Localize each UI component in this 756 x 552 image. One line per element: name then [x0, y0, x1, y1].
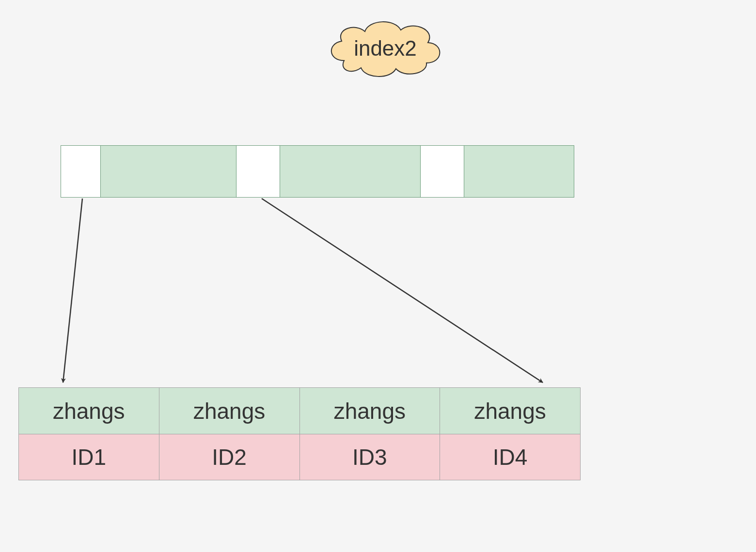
- arrow-pointer1-to-leaf: [63, 199, 82, 383]
- index-node-row: [61, 145, 574, 198]
- leaf-id-cell: ID3: [300, 434, 441, 480]
- index-key-2: [280, 146, 421, 197]
- index-key-3: [464, 146, 574, 197]
- index-pointer-3: [421, 146, 464, 197]
- cloud-label: index2: [322, 15, 448, 82]
- leaf-name-row: zhangs zhangs zhangs zhangs: [19, 388, 580, 434]
- leaf-id-row: ID1 ID2 ID3 ID4: [19, 434, 580, 480]
- index-pointer-1: [61, 146, 101, 197]
- leaf-id-cell: ID4: [440, 434, 580, 480]
- leaf-name-cell: zhangs: [19, 388, 159, 434]
- index-pointer-2: [236, 146, 280, 197]
- index-key-1: [101, 146, 236, 197]
- leaf-name-cell: zhangs: [300, 388, 441, 434]
- leaf-table: zhangs zhangs zhangs zhangs ID1 ID2 ID3 …: [18, 387, 581, 480]
- leaf-name-cell: zhangs: [159, 388, 300, 434]
- cloud-index2: index2: [322, 15, 448, 82]
- leaf-id-cell: ID2: [159, 434, 300, 480]
- diagram-canvas: index2 zhangs zhangs zhangs zhangs ID1 I…: [0, 0, 756, 552]
- arrow-pointer2-to-leaf: [262, 199, 543, 383]
- leaf-id-cell: ID1: [19, 434, 159, 480]
- leaf-name-cell: zhangs: [440, 388, 580, 434]
